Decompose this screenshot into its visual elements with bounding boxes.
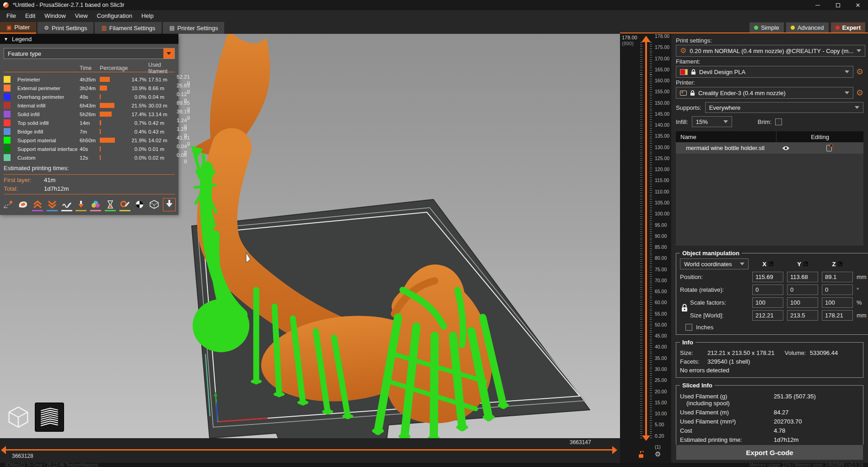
name-column-header[interactable]: Name — [676, 131, 776, 142]
layer-tick-label: 85.00 — [655, 245, 671, 249]
scale-y-input[interactable] — [787, 297, 818, 308]
rotate-y-input[interactable] — [787, 284, 818, 295]
minimize-button[interactable] — [808, 0, 828, 10]
layer-slider-upper-thumb[interactable] — [642, 36, 651, 42]
inches-checkbox[interactable] — [685, 324, 692, 331]
mode-button[interactable]: Simple — [749, 22, 784, 32]
rotate-x-input[interactable] — [752, 284, 783, 295]
axis-z-label: Z — [832, 261, 836, 268]
move-slider-track[interactable] — [5, 449, 612, 451]
feature-percentage: 10.9% — [129, 86, 148, 91]
mode-button[interactable]: Expert — [831, 22, 865, 32]
feature-meters: 0.42 m — [148, 120, 177, 126]
feature-color-swatch — [4, 93, 11, 100]
size-y-input[interactable] — [787, 310, 818, 321]
layer-tick-label: 90.00 — [655, 234, 671, 238]
pause-prints-icon[interactable] — [105, 200, 116, 211]
position-x-input[interactable] — [752, 272, 783, 282]
retractions-icon[interactable] — [32, 200, 43, 211]
size-x-input[interactable] — [752, 310, 783, 321]
menu-item[interactable]: Edit — [21, 11, 40, 21]
seams-icon[interactable] — [61, 200, 72, 211]
scale-z-input[interactable] — [822, 297, 853, 308]
custom-gcodes-icon[interactable] — [119, 200, 131, 211]
layer-slider-lower-thumb[interactable] — [642, 435, 650, 441]
maximize-button[interactable] — [828, 0, 848, 10]
menu-item[interactable]: View — [70, 11, 92, 21]
minimize-icon — [815, 5, 820, 5]
close-button[interactable]: ✕ — [848, 0, 868, 10]
color-changes-icon[interactable] — [90, 200, 102, 211]
tab[interactable]: ▣ Plater — [0, 22, 36, 34]
lock-icon — [690, 90, 695, 96]
object-editing-icon[interactable] — [795, 145, 863, 151]
layer-slider-track[interactable] — [640, 36, 652, 447]
travels-icon[interactable] — [3, 200, 14, 211]
divider — [4, 194, 175, 194]
mode-button[interactable]: Advanced — [786, 22, 829, 32]
feature-color-swatch — [4, 128, 11, 135]
info-title: Info — [680, 339, 695, 346]
tab[interactable]: ▥ Filament Settings — [95, 22, 162, 34]
mode-dot-icon — [754, 26, 758, 30]
slider-lock-icon[interactable] — [637, 451, 645, 460]
infill-select[interactable]: 15% — [692, 116, 732, 127]
wipe-icon[interactable] — [17, 200, 29, 211]
view-type-select[interactable]: Feature type — [4, 48, 175, 59]
percentage-bar — [100, 120, 101, 125]
legend-row: Custom 12s 0.0% 0.02 m 0.06 g — [0, 152, 178, 161]
feature-meters: 0.04 m — [148, 94, 177, 100]
layer-tick-label: 25.00 — [655, 378, 671, 382]
brim-checkbox[interactable] — [775, 118, 782, 125]
tab[interactable]: ▤ Printer Settings — [163, 22, 224, 34]
legend-header[interactable]: ▼ Legend — [0, 34, 178, 44]
shells-icon[interactable] — [134, 200, 145, 211]
feature-color-swatch — [4, 119, 11, 126]
edit-printer-gear-icon[interactable]: ⚙ — [856, 89, 863, 97]
printer-combo[interactable]: Creality Ender-3 (0.4 mm nozzle) — [676, 87, 853, 99]
legend-row: Bridge infill 7m 0.4% 0.43 m 1.29 g — [0, 126, 178, 135]
size-z-input[interactable] — [822, 310, 853, 321]
layer-tick-label: 165.00 — [655, 67, 671, 72]
extruder-icon[interactable] — [163, 198, 176, 211]
position-y-input[interactable] — [787, 272, 818, 282]
menu-item[interactable]: Help — [137, 11, 158, 21]
preview-view-button[interactable] — [35, 403, 64, 432]
scale-x-input[interactable] — [752, 297, 783, 308]
coordinates-select[interactable]: World coordinates — [680, 258, 749, 269]
layer-tick-label: 40.00 — [655, 344, 671, 349]
collapse-caret-icon: ▼ — [4, 37, 8, 42]
object-box-icon[interactable] — [148, 200, 160, 211]
feature-meters: 0.01 m — [148, 146, 177, 152]
tab[interactable]: ⚙ Print Settings — [38, 22, 93, 34]
filament-combo[interactable]: Devil Design PLA — [676, 66, 853, 78]
feature-label: Internal infill — [17, 103, 80, 108]
menu-item[interactable]: Window — [40, 11, 70, 21]
layer-tick-label: 45.00 — [655, 333, 671, 338]
layer-tick-label: 140.00 — [655, 123, 671, 127]
position-z-input[interactable] — [822, 272, 853, 282]
object-row[interactable]: mermaid wine bottle holder.stl — [676, 142, 863, 154]
tab-bar: ▣ Plater ⚙ Print Settings ▥ Filament Set… — [0, 21, 868, 34]
layer-tick-label: 95.00 — [655, 223, 671, 227]
uniform-scale-lock-icon[interactable] — [681, 303, 688, 312]
feature-percentage: 21.5% — [129, 103, 148, 108]
tool-changes-icon[interactable] — [75, 200, 87, 211]
print-settings-combo[interactable]: ⚙ 0.20 mm NORMAL (0.4 mm nozzle) @CREALI… — [676, 45, 865, 57]
edit-filament-gear-icon[interactable]: ⚙ — [856, 68, 863, 76]
editing-column-header[interactable]: Editing — [776, 134, 863, 140]
move-slider-right-thumb[interactable] — [612, 446, 617, 454]
export-gcode-button[interactable]: Export G-code — [676, 445, 863, 460]
layers-icon — [38, 406, 61, 429]
layer-tick-label: 80.00 — [655, 256, 671, 260]
visibility-eye-icon[interactable] — [776, 145, 795, 151]
supports-select[interactable]: Everywhere — [705, 102, 863, 113]
menu-item[interactable]: Configuration — [92, 11, 137, 21]
deretractions-icon[interactable] — [46, 200, 58, 211]
feature-color-swatch — [4, 111, 11, 118]
3d-editor-view-button[interactable] — [4, 403, 33, 432]
menu-item[interactable]: File — [2, 11, 21, 21]
slider-settings-gear-icon[interactable]: ⚙ — [655, 450, 661, 458]
feature-percentage: 14.7% — [129, 77, 148, 82]
rotate-z-input[interactable] — [822, 284, 853, 295]
